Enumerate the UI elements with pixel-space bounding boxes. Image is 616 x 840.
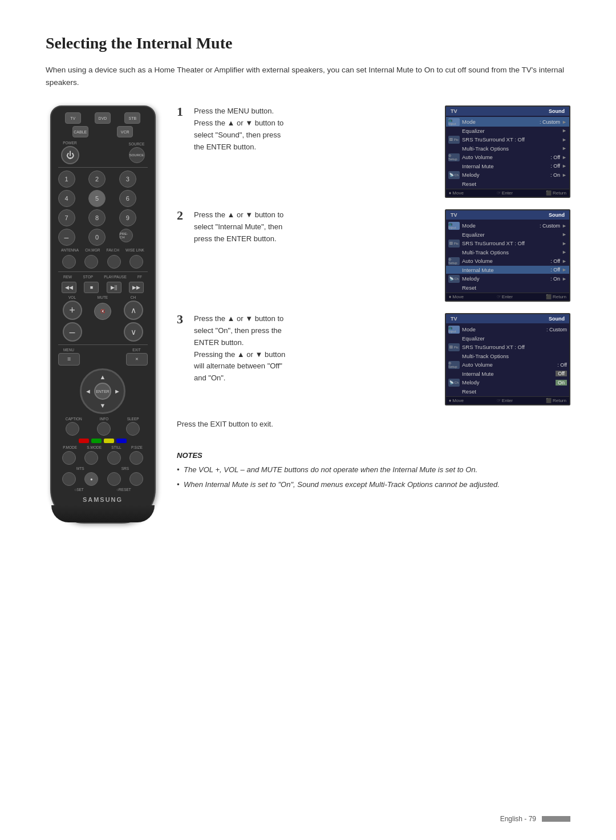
pmode-button[interactable] [62,451,76,465]
enter-button[interactable]: ENTER [94,383,111,400]
menu-button[interactable]: ☰ [58,353,80,366]
remote-wrapper: TV DVD STB CABLE VCR POWER ⏻ SOURCE [46,105,160,524]
tv-screen-2: TV Sound 📺 Input Mode : Custom ► Equaliz… [445,209,570,302]
exit-button[interactable]: ✕ [126,353,148,366]
ff-button[interactable]: ▶▶ [129,282,144,293]
vol-up-button[interactable]: + [63,301,82,320]
red-button[interactable] [79,439,89,443]
srs-button[interactable] [107,472,121,486]
mute-button[interactable]: 🔇 [94,303,111,320]
vol-down-button[interactable]: – [63,322,82,342]
page-container: Selecting the Internal Mute When using a… [0,0,616,546]
num-1-button[interactable]: 1 [58,171,75,188]
cable-button[interactable]: CABLE [72,126,88,137]
exit-text: Press the EXIT button to exit. [177,420,570,428]
step-2-number: 2 [177,209,188,222]
notes-section: NOTES The VOL +, VOL – and MUTE buttons … [177,451,570,493]
nav-circle: ▲ ▼ ◄ ► ENTER [80,368,125,414]
dvd-button[interactable]: DVD [95,112,111,124]
prech-button[interactable]: PRE-CH [119,229,133,242]
step-2-text: Press the ▲ or ▼ button to select "Inter… [194,209,433,245]
tv-screen-1: TV Sound 📺 Input Mode : Custom ► Equaliz… [445,105,570,198]
page-number: English - 79 [500,815,536,823]
step-3-text: Press the ▲ or ▼ button to select "On", … [194,313,433,384]
caption-button[interactable] [66,422,79,436]
num-0-button[interactable]: 0 [88,229,106,246]
intro-paragraph: When using a device such as a Home Theat… [46,64,570,88]
psize-button[interactable] [129,451,143,465]
main-content: TV DVD STB CABLE VCR POWER ⏻ SOURCE [46,105,570,524]
green-button[interactable] [91,439,102,443]
vcr-button[interactable]: VCR [117,126,133,137]
num-4-button[interactable]: 4 [58,190,75,207]
nav-up-button[interactable]: ▲ [100,374,106,380]
nav-right-button[interactable]: ► [114,388,120,395]
blue-button[interactable] [116,439,127,443]
chmgr-button[interactable] [84,255,98,269]
num-7-button[interactable]: 7 [58,209,75,226]
notes-title: NOTES [177,451,570,460]
num-2-button[interactable]: 2 [88,171,106,188]
smode-button[interactable] [84,451,98,465]
stb-button[interactable]: STB [124,112,140,124]
step-1-block: 1 Press the MENU button. Press the ▲ or … [177,105,570,198]
num-5-button[interactable]: 5 [88,190,106,207]
note-item-1: The VOL +, VOL – and MUTE buttons do not… [177,464,570,476]
ch-down-button[interactable]: ∨ [124,322,143,342]
samsung-logo: SAMSUNG [58,496,148,503]
info-button[interactable] [97,422,111,436]
nav-left-button[interactable]: ◄ [85,388,91,395]
note-item-2: When Internal Mute is set to "On", Sound… [177,479,570,490]
notes-list: The VOL +, VOL – and MUTE buttons do not… [177,464,570,490]
source-button[interactable]: SOURCE [129,147,145,163]
extra-button[interactable] [129,472,143,486]
stop-button[interactable]: ■ [84,282,99,293]
sleep-button[interactable] [126,422,140,436]
favch-button[interactable] [107,255,121,269]
yellow-button[interactable] [104,439,114,443]
antenna-button[interactable] [62,255,76,269]
step-1-text: Press the MENU button. Press the ▲ or ▼ … [194,105,433,153]
step-3-block: 3 Press the ▲ or ▼ button to select "On"… [177,313,570,405]
step-3-number: 3 [177,313,188,326]
mts-button[interactable] [62,472,76,486]
page-footer: English - 79 [500,815,570,823]
num-8-button[interactable]: 8 [88,209,106,226]
num-3-button[interactable]: 3 [119,171,136,188]
step-2-block: 2 Press the ▲ or ▼ button to select "Int… [177,209,570,302]
rew-button[interactable]: ◀◀ [62,282,76,293]
dash-button[interactable]: – [58,229,75,246]
steps-column: 1 Press the MENU button. Press the ▲ or … [177,105,570,493]
remote-control: TV DVD STB CABLE VCR POWER ⏻ SOURCE [50,105,156,524]
still-button[interactable] [107,451,121,465]
tv-button[interactable]: TV [65,112,81,124]
num-6-button[interactable]: 6 [119,190,136,207]
power-button[interactable]: ⏻ [61,146,79,164]
wiselink-button[interactable] [129,255,143,269]
ch-up-button[interactable]: ∧ [124,301,143,320]
playpause-button[interactable]: ▶|| [107,282,121,293]
nav-down-button[interactable]: ▼ [100,402,106,409]
footer-bar [542,816,570,822]
num-9-button[interactable]: 9 [119,209,136,226]
tv-screen-3: TV Sound 📺 Input Mode : Custom Equalizer [445,313,570,405]
step-1-number: 1 [177,105,188,118]
page-title: Selecting the Internal Mute [46,34,570,52]
